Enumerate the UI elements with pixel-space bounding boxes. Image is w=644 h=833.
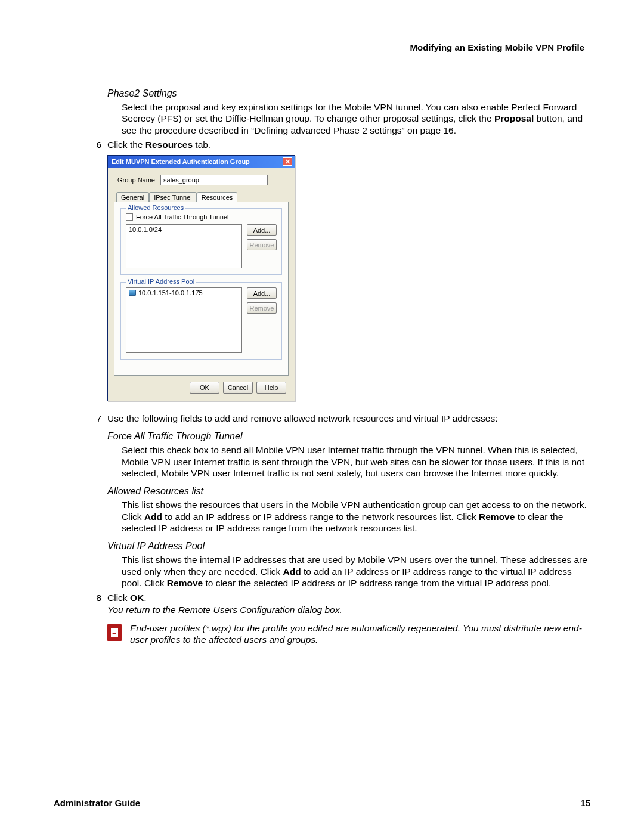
- vip-pool-heading: Virtual IP Address Pool: [107, 541, 590, 552]
- step-6-suffix: tab.: [193, 140, 210, 150]
- group-name-label: Group Name:: [117, 176, 157, 184]
- phase2-proposal-bold: Proposal: [494, 113, 534, 123]
- allowed-add-button[interactable]: Add...: [247, 224, 277, 236]
- allowed-resources-legend: Allowed Resources: [126, 204, 185, 211]
- note-icon: [107, 624, 122, 641]
- vip-pool-body: This list shows the internal IP addresse…: [107, 554, 590, 589]
- ip-range-icon: [129, 290, 136, 296]
- allowed-remove-button[interactable]: Remove: [247, 239, 277, 250]
- step-8-number: 8: [89, 593, 101, 603]
- step-6-prefix: Click the: [107, 140, 145, 150]
- cancel-button[interactable]: Cancel: [223, 382, 253, 394]
- step-7-number: 7: [89, 413, 101, 424]
- force-traffic-label: Force All Traffic Through Tunnel: [136, 213, 229, 221]
- group-name-input[interactable]: [160, 175, 268, 185]
- dialog-title: Edit MUVPN Extended Authentication Group: [112, 158, 250, 165]
- ok-button[interactable]: OK: [190, 382, 219, 394]
- edit-muvpn-dialog: Edit MUVPN Extended Authentication Group…: [107, 155, 295, 401]
- header-breadcrumb: Modifying an Existing Mobile VPN Profile: [54, 42, 590, 52]
- vip-pool-add-bold: Add: [283, 566, 301, 577]
- step-6-number: 6: [89, 140, 101, 150]
- allowed-resources-item[interactable]: 10.0.1.0/24: [129, 226, 239, 233]
- allowed-resources-list[interactable]: 10.0.1.0/24: [126, 224, 242, 268]
- force-tunnel-body: Select this check box to send all Mobile…: [107, 444, 590, 479]
- allowed-list-add-bold: Add: [144, 512, 162, 522]
- force-traffic-checkbox[interactable]: [126, 213, 133, 221]
- step-6-bold: Resources: [145, 140, 193, 150]
- virtual-ip-pool-item[interactable]: 10.0.1.151-10.0.1.175: [129, 289, 239, 296]
- tab-general[interactable]: General: [116, 192, 149, 202]
- allowed-list-p2: to add an IP address or IP address range…: [162, 512, 479, 522]
- vip-pool-p4: to clear the selected IP address or IP a…: [203, 578, 551, 588]
- virtual-ip-pool-item-text: 10.0.1.151-10.0.1.175: [138, 289, 203, 296]
- force-tunnel-heading: Force All Traffic Through Tunnel: [107, 431, 590, 442]
- tab-resources[interactable]: Resources: [197, 192, 238, 203]
- virtual-ip-pool-legend: Virtual IP Address Pool: [126, 278, 196, 285]
- tab-ipsec-tunnel[interactable]: IPsec Tunnel: [149, 192, 197, 202]
- step-6-text: Click the Resources tab.: [107, 140, 590, 150]
- step-8-bold: OK: [130, 593, 144, 603]
- allowed-list-heading: Allowed Resources list: [107, 486, 590, 497]
- pool-remove-button[interactable]: Remove: [247, 302, 277, 314]
- phase2-body: Select the proposal and key expiration s…: [107, 101, 590, 136]
- page-number: 15: [580, 798, 590, 808]
- step-8-suffix: .: [144, 593, 146, 603]
- phase2-heading: Phase2 Settings: [107, 88, 590, 99]
- pool-add-button[interactable]: Add...: [247, 287, 277, 299]
- allowed-list-remove-bold: Remove: [479, 512, 515, 522]
- close-icon[interactable]: ✕: [283, 157, 292, 166]
- step-7-text: Use the following fields to add and remo…: [107, 413, 590, 424]
- note-text: End-user profiles (*.wgx) for the profil…: [130, 623, 590, 646]
- allowed-list-body: This list shows the resources that users…: [107, 499, 590, 534]
- step-8-text: Click OK. You return to the Remote Users…: [107, 593, 590, 615]
- step-8-after: You return to the Remote Users Configura…: [107, 605, 590, 615]
- virtual-ip-pool-fieldset: Virtual IP Address Pool 10.0.1.151-10.0.…: [120, 282, 282, 360]
- footer-left: Administrator Guide: [54, 798, 140, 808]
- step-8-prefix: Click: [107, 593, 130, 603]
- vip-pool-remove-bold: Remove: [167, 578, 203, 588]
- allowed-resources-fieldset: Allowed Resources Force All Traffic Thro…: [120, 208, 282, 275]
- help-button[interactable]: Help: [256, 382, 286, 394]
- virtual-ip-pool-list[interactable]: 10.0.1.151-10.0.1.175: [126, 287, 242, 353]
